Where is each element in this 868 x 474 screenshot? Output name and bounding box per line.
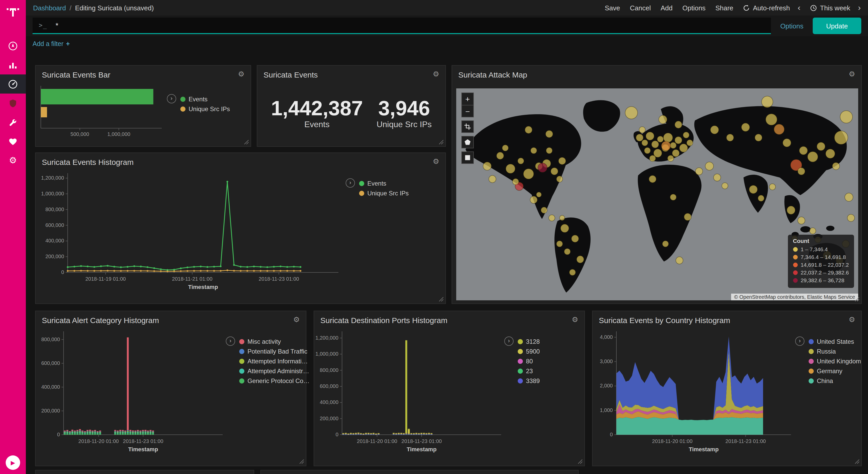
panel-suricata-alert-category-histogram: Suricata Alert Category Histogram ⚙ 0200… bbox=[35, 310, 306, 466]
share-button[interactable]: Share bbox=[715, 4, 733, 11]
query-value: * bbox=[56, 21, 58, 29]
sidebar-item-dashboard[interactable] bbox=[0, 75, 26, 94]
compass-icon bbox=[8, 40, 18, 51]
map-crop-tool-button[interactable] bbox=[461, 120, 474, 133]
legend: › Misc activityPotentially Bad TrafficAt… bbox=[226, 328, 309, 457]
panel-suricata-attack-map: Suricata Attack Map ⚙ bbox=[452, 65, 862, 304]
update-button[interactable]: Update bbox=[813, 18, 861, 34]
panel-resize-handle[interactable] bbox=[855, 297, 860, 302]
query-options-link[interactable]: Options bbox=[780, 22, 803, 30]
heart-icon bbox=[8, 136, 18, 147]
time-next-button[interactable]: › bbox=[858, 4, 861, 12]
legend-item[interactable]: 3389 bbox=[518, 377, 540, 384]
svg-text:Timestamp: Timestamp bbox=[188, 284, 218, 290]
add-button[interactable]: Add bbox=[660, 4, 673, 11]
svg-text:0: 0 bbox=[610, 432, 613, 437]
panel-options-gear-icon[interactable]: ⚙ bbox=[238, 70, 244, 78]
polygon-icon bbox=[464, 139, 471, 146]
panel-resize-handle[interactable] bbox=[439, 140, 444, 145]
time-range-button[interactable]: This week bbox=[810, 4, 850, 11]
panel-resize-handle[interactable] bbox=[439, 297, 444, 302]
legend: › EventsUnique Src IPs bbox=[346, 170, 409, 295]
panel-options-gear-icon[interactable]: ⚙ bbox=[433, 70, 439, 78]
legend-item[interactable]: Events bbox=[180, 95, 230, 102]
svg-text:2,000: 2,000 bbox=[600, 383, 613, 388]
svg-text:400,000: 400,000 bbox=[41, 384, 60, 390]
metric-value: 3,946 bbox=[377, 97, 432, 119]
sidebar-item-suricata[interactable] bbox=[0, 94, 26, 113]
legend-item[interactable]: United Kingdom bbox=[809, 357, 861, 365]
panel-resize-handle[interactable] bbox=[855, 459, 860, 464]
svg-text:0: 0 bbox=[336, 432, 338, 437]
panel-options-gear-icon[interactable]: ⚙ bbox=[572, 316, 578, 324]
sidebar-item-monitoring[interactable] bbox=[0, 132, 26, 151]
map-zoom-out-button[interactable]: − bbox=[461, 105, 474, 117]
map-rectangle-tool-button[interactable] bbox=[461, 151, 474, 164]
events-histogram-chart: 0200,000400,000600,000800,0001,000,0001,… bbox=[36, 170, 346, 295]
svg-text:2018-11-20 01:00: 2018-11-20 01:00 bbox=[652, 438, 692, 444]
panel-suricata-events-bar: Suricata Events Bar ⚙ 500,0001,000,000 ›… bbox=[35, 65, 251, 147]
nav-collapse-button[interactable]: ▶ bbox=[6, 455, 20, 470]
legend-item[interactable]: Potentially Bad Traffic bbox=[239, 348, 309, 355]
legend-item[interactable]: 23 bbox=[518, 367, 540, 375]
svg-text:0: 0 bbox=[57, 432, 60, 437]
options-button[interactable]: Options bbox=[683, 4, 706, 11]
map-zoom-in-button[interactable]: + bbox=[461, 92, 474, 105]
legend-item[interactable]: Unique Src IPs bbox=[359, 189, 409, 197]
svg-text:2018-11-20 01:00: 2018-11-20 01:00 bbox=[357, 438, 397, 444]
events-bar-chart: 500,0001,000,000 bbox=[37, 83, 167, 141]
sidebar-item-devtools[interactable] bbox=[0, 113, 26, 132]
legend-item[interactable]: Russia bbox=[809, 348, 861, 355]
legend-item[interactable]: Germany bbox=[809, 367, 861, 375]
panel-resize-handle[interactable] bbox=[244, 140, 249, 145]
breadcrumb-separator: / bbox=[69, 4, 71, 11]
metric-unique-src-ips: 3,946 Unique Src IPs bbox=[377, 97, 432, 129]
events-by-country-chart: 01,0002,0003,0004,0002018-11-20 01:00201… bbox=[593, 328, 795, 457]
legend-item[interactable]: 3128 bbox=[518, 338, 540, 345]
legend-expand-button[interactable]: › bbox=[504, 336, 514, 346]
svg-text:1,200,000: 1,200,000 bbox=[315, 335, 338, 340]
panel-options-gear-icon[interactable]: ⚙ bbox=[848, 70, 855, 78]
panel-resize-handle[interactable] bbox=[578, 459, 583, 464]
legend-item[interactable]: Misc activity bbox=[239, 338, 309, 345]
legend-item[interactable]: Attempted Administr… bbox=[239, 367, 309, 375]
legend: › United StatesRussiaUnited KingdomGerma… bbox=[795, 328, 861, 457]
save-button[interactable]: Save bbox=[605, 4, 620, 11]
crop-icon bbox=[464, 123, 471, 130]
t-mobile-logo[interactable] bbox=[0, 0, 26, 25]
map-legend-row: 22,037.2 – 29,382.6 bbox=[793, 269, 849, 276]
sidebar-item-management[interactable]: ⚙ bbox=[0, 151, 26, 170]
add-filter-link[interactable]: Add a filter bbox=[33, 40, 64, 48]
panel-options-gear-icon[interactable]: ⚙ bbox=[433, 158, 439, 166]
panel-options-gear-icon[interactable]: ⚙ bbox=[293, 316, 300, 324]
cancel-button[interactable]: Cancel bbox=[630, 4, 651, 11]
legend-item[interactable]: Unique Src IPs bbox=[180, 105, 230, 112]
legend-item[interactable]: China bbox=[809, 377, 861, 384]
plus-icon[interactable]: + bbox=[66, 40, 70, 48]
legend-expand-button[interactable]: › bbox=[795, 336, 804, 346]
panel-resize-handle[interactable] bbox=[299, 459, 304, 464]
svg-text:400,000: 400,000 bbox=[45, 238, 64, 243]
legend-item[interactable]: Events bbox=[359, 180, 409, 187]
legend-expand-button[interactable]: › bbox=[167, 94, 176, 103]
sidebar-item-discover[interactable] bbox=[0, 36, 26, 55]
chart-svg: 01,0002,0003,0004,0002018-11-20 01:00201… bbox=[593, 328, 795, 457]
svg-text:2018-11-19 01:00: 2018-11-19 01:00 bbox=[86, 276, 126, 282]
breadcrumb-dashboard-link[interactable]: Dashboard bbox=[33, 4, 66, 11]
panel-options-gear-icon[interactable]: ⚙ bbox=[848, 316, 855, 324]
query-input[interactable]: >_ * bbox=[33, 18, 771, 34]
legend-expand-button[interactable]: › bbox=[226, 336, 235, 346]
svg-text:2018-11-23 01:00: 2018-11-23 01:00 bbox=[258, 276, 299, 282]
legend-expand-button[interactable]: › bbox=[346, 178, 355, 188]
legend-item[interactable]: Attempted Informati… bbox=[239, 357, 309, 365]
map-controls: + − bbox=[461, 92, 474, 164]
map-polygon-tool-button[interactable] bbox=[461, 136, 474, 148]
time-prev-button[interactable]: ‹ bbox=[798, 4, 801, 12]
legend-item[interactable]: Generic Protocol Co… bbox=[239, 377, 309, 384]
legend-item[interactable]: 5900 bbox=[518, 348, 540, 355]
legend-item[interactable]: United States bbox=[809, 338, 861, 345]
legend-item[interactable]: 80 bbox=[518, 357, 540, 365]
sidebar-item-visualize[interactable] bbox=[0, 55, 26, 75]
auto-refresh-button[interactable]: Auto-refresh bbox=[743, 4, 790, 11]
attack-map[interactable]: + − bbox=[456, 88, 858, 300]
